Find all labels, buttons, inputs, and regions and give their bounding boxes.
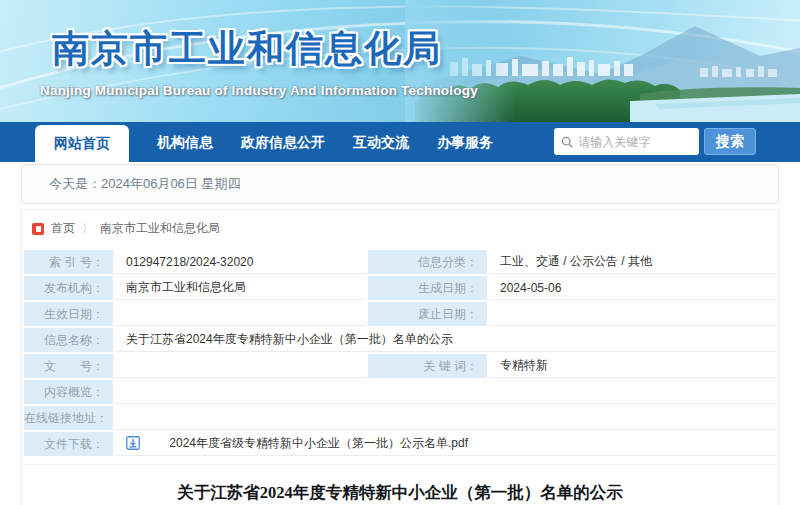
nav-item-interaction[interactable]: 互动交流 bbox=[353, 122, 409, 162]
home-icon bbox=[32, 223, 44, 235]
breadcrumb-current[interactable]: 南京市工业和信息化局 bbox=[100, 220, 220, 237]
meta-value-effective-date bbox=[115, 302, 366, 326]
meta-label-expiry-date: 废止日期： bbox=[368, 302, 487, 326]
breadcrumb-separator: 〉 bbox=[82, 221, 93, 236]
meta-value-online-link bbox=[115, 406, 776, 430]
article-title: 关于江苏省2024年度专精特新中小企业（第一批）名单的公示 bbox=[25, 482, 775, 504]
meta-value-keywords: 专精特新 bbox=[489, 354, 776, 378]
table-row: 发布机构： 南京市工业和信息化局 生成日期： 2024-05-06 bbox=[24, 276, 776, 300]
table-row: 文 号： 关 键 词： 专精特新 bbox=[24, 354, 776, 378]
site-banner: 南京市工业和信息化局 Nanjing Municipal Bureau of I… bbox=[0, 0, 800, 122]
meta-label-create-date: 生成日期： bbox=[368, 276, 487, 300]
search-input-wrap bbox=[554, 128, 699, 155]
meta-label-summary: 内容概览： bbox=[24, 380, 113, 404]
meta-value-index-number: 012947218/2024-32020 bbox=[115, 250, 366, 274]
search-bar: 搜索 bbox=[554, 128, 756, 155]
article: 关于江苏省2024年度专精特新中小企业（第一批）名单的公示 为深入贯彻党中央、国… bbox=[22, 464, 778, 505]
nav-item-services[interactable]: 办事服务 bbox=[437, 122, 493, 162]
table-row: 文件下载： 2024年度省级专精特新中小企业（第一批）公示名单.pdf bbox=[24, 432, 776, 456]
current-date-text: 今天是：2024年06月06日 星期四 bbox=[49, 176, 240, 191]
table-row: 生效日期： 废止日期： bbox=[24, 302, 776, 326]
document-meta-table: 索 引 号： 012947218/2024-32020 信息分类： 工业、交通 … bbox=[22, 248, 778, 458]
site-subtitle-english: Nanjing Municipal Bureau of Industry And… bbox=[40, 83, 478, 98]
search-button[interactable]: 搜索 bbox=[704, 128, 756, 155]
meta-label-index-number: 索 引 号： bbox=[24, 250, 113, 274]
meta-label-file-download: 文件下载： bbox=[24, 432, 113, 456]
table-row: 信息名称： 关于江苏省2024年度专精特新中小企业（第一批）名单的公示 bbox=[24, 328, 776, 352]
meta-label-doc-number: 文 号： bbox=[24, 354, 113, 378]
table-row: 在线链接地址： bbox=[24, 406, 776, 430]
meta-value-publisher: 南京市工业和信息化局 bbox=[115, 276, 366, 300]
main-nav: 网站首页 机构信息 政府信息公开 互动交流 办事服务 搜索 bbox=[0, 122, 800, 162]
meta-label-category: 信息分类： bbox=[368, 250, 487, 274]
meta-value-summary bbox=[115, 380, 776, 404]
search-input[interactable] bbox=[578, 135, 692, 149]
meta-value-file-download: 2024年度省级专精特新中小企业（第一批）公示名单.pdf bbox=[115, 432, 776, 456]
date-bar: 今天是：2024年06月06日 星期四 bbox=[21, 164, 779, 204]
meta-label-keywords: 关 键 词： bbox=[368, 354, 487, 378]
meta-label-effective-date: 生效日期： bbox=[24, 302, 113, 326]
meta-label-info-name: 信息名称： bbox=[24, 328, 113, 352]
meta-value-info-name: 关于江苏省2024年度专精特新中小企业（第一批）名单的公示 bbox=[115, 328, 776, 352]
site-title: 南京市工业和信息化局 bbox=[52, 24, 442, 74]
meta-label-online-link: 在线链接地址： bbox=[24, 406, 113, 430]
nav-item-gov-disclosure[interactable]: 政府信息公开 bbox=[241, 122, 325, 162]
meta-value-doc-number bbox=[115, 354, 366, 378]
meta-value-category: 工业、交通 / 公示公告 / 其他 bbox=[489, 250, 776, 274]
download-icon[interactable] bbox=[126, 436, 140, 450]
content-panel: 首页 〉 南京市工业和信息化局 索 引 号： 012947218/2024-32… bbox=[20, 209, 780, 505]
search-icon bbox=[561, 135, 573, 149]
breadcrumb: 首页 〉 南京市工业和信息化局 bbox=[22, 210, 778, 248]
nav-item-home[interactable]: 网站首页 bbox=[35, 125, 129, 162]
meta-label-publisher: 发布机构： bbox=[24, 276, 113, 300]
table-row: 索 引 号： 012947218/2024-32020 信息分类： 工业、交通 … bbox=[24, 250, 776, 274]
attachment-link[interactable]: 2024年度省级专精特新中小企业（第一批）公示名单.pdf bbox=[169, 436, 468, 450]
meta-value-expiry-date bbox=[489, 302, 776, 326]
table-row: 内容概览： bbox=[24, 380, 776, 404]
breadcrumb-home[interactable]: 首页 bbox=[51, 220, 75, 237]
meta-value-create-date: 2024-05-06 bbox=[489, 276, 776, 300]
nav-item-org-info[interactable]: 机构信息 bbox=[157, 122, 213, 162]
